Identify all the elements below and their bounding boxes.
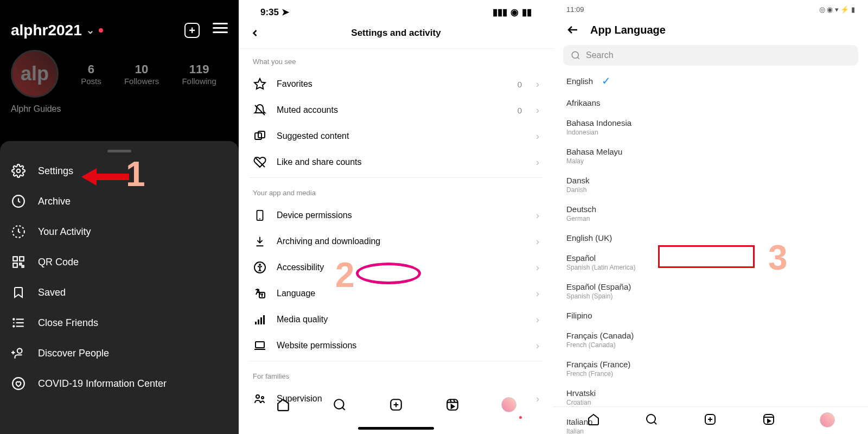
chevron-right-icon: › (536, 157, 539, 168)
home-icon[interactable] (276, 397, 291, 412)
followers-stat[interactable]: 10 Followers (124, 62, 159, 86)
svg-line-35 (342, 407, 344, 410)
chevron-right-icon: › (536, 79, 539, 90)
archive-label: Archive (38, 196, 71, 207)
archdl-label: Archiving and downloading (277, 237, 526, 246)
svg-line-48 (654, 422, 656, 424)
following-count: 119 (182, 62, 216, 76)
language-secondary: Croatian (566, 399, 855, 406)
home-icon[interactable] (586, 412, 601, 426)
star-icon (253, 77, 267, 91)
row-muted[interactable]: Muted accounts 0 › (239, 97, 553, 123)
activity-icon (11, 224, 26, 239)
settings-label: Settings (38, 165, 73, 177)
svg-point-47 (647, 414, 655, 423)
webperm-label: Website permissions (277, 341, 526, 350)
language-label: Language (277, 289, 526, 298)
language-secondary: French (Canada) (566, 341, 855, 349)
username-text: alphr2021 (11, 22, 82, 39)
menu-item-close-friends[interactable]: Close Friends (0, 308, 239, 338)
svg-rect-31 (256, 342, 264, 348)
favorites-count: 0 (518, 80, 522, 89)
row-suggested[interactable]: Suggested content › (239, 123, 553, 149)
create-post-icon[interactable] (184, 23, 200, 38)
search-placeholder: Search (586, 50, 614, 60)
menu-item-discover[interactable]: Discover People (0, 338, 239, 368)
language-primary: Español (566, 253, 855, 263)
avatar[interactable] (11, 50, 59, 98)
row-language[interactable]: Language › (239, 280, 553, 307)
annotation-step-2: 2 (335, 255, 355, 295)
profile-tab-icon[interactable] (820, 412, 835, 427)
language-primary: Français (France) (566, 360, 855, 369)
menu-item-qr[interactable]: QR Code (0, 247, 239, 277)
row-device-permissions[interactable]: Device permissions › (239, 202, 553, 228)
annotation-step-3: 3 (768, 238, 788, 278)
heart-circle-icon (11, 376, 26, 391)
check-icon: ✓ (602, 74, 611, 87)
profile-username[interactable]: alphr2021 ⌄ (11, 22, 103, 39)
language-item[interactable]: Bahasa IndonesiaIndonesian (553, 113, 868, 142)
language-item[interactable]: Bahasa MelayuMalay (553, 142, 868, 170)
chevron-right-icon: › (536, 210, 539, 221)
svg-rect-3 (13, 257, 17, 261)
language-item[interactable]: Filipino (553, 305, 868, 326)
covid-label: COVID-19 Information Center (38, 378, 167, 390)
content-icon (253, 129, 267, 143)
svg-marker-17 (254, 79, 265, 89)
row-favorites[interactable]: Favorites 0 › (239, 71, 553, 97)
menu-item-archive[interactable]: Archive (0, 186, 239, 216)
bell-off-icon (253, 103, 267, 117)
followers-label: Followers (124, 76, 159, 86)
create-icon[interactable] (388, 397, 404, 412)
bookmark-icon (11, 285, 26, 300)
language-item[interactable]: English (UK) (553, 228, 868, 248)
clock: 11:09 (566, 5, 584, 14)
row-accessibility[interactable]: Accessibility › (239, 254, 553, 280)
language-item[interactable]: Afrikaans (553, 93, 868, 113)
menu-icon[interactable] (213, 23, 228, 38)
language-item[interactable]: Français (Canada)French (Canada) (553, 326, 868, 354)
person-add-icon (11, 346, 26, 361)
back-button[interactable] (566, 23, 579, 36)
language-item[interactable]: Français (France)French (France) (553, 354, 868, 383)
row-media-quality[interactable]: Media quality › (239, 307, 553, 333)
svg-point-11 (13, 318, 14, 320)
status-bar: 11:09 ◎ ◉ ▾ ⚡ ▮ (553, 0, 868, 14)
language-selected[interactable]: English ✓ (553, 69, 868, 93)
close-friends-label: Close Friends (38, 317, 98, 329)
menu-item-activity[interactable]: Your Activity (0, 216, 239, 247)
search-icon[interactable] (332, 397, 347, 412)
posts-stat[interactable]: 6 Posts (81, 62, 101, 86)
language-primary: Bahasa Melayu (566, 147, 855, 156)
followers-count: 10 (124, 62, 159, 76)
menu-item-saved[interactable]: Saved (0, 277, 239, 308)
accessibility-label: Accessibility (277, 263, 526, 272)
notification-dot-icon (519, 416, 522, 419)
reels-icon[interactable] (762, 412, 776, 426)
row-archiving[interactable]: Archiving and downloading › (239, 228, 553, 254)
language-item[interactable]: EspañolSpanish (Latin America) (553, 248, 868, 277)
row-website-permissions[interactable]: Website permissions › (239, 333, 553, 359)
language-secondary: German (566, 215, 855, 222)
notification-dot-icon (99, 28, 103, 33)
search-icon[interactable] (644, 412, 659, 426)
create-icon[interactable] (703, 412, 717, 426)
sheet-handle[interactable] (107, 150, 131, 152)
language-primary: Afrikaans (566, 98, 855, 107)
search-input[interactable]: Search (563, 45, 858, 66)
language-item[interactable]: DanskDanish (553, 170, 868, 199)
language-primary: Dansk (566, 176, 855, 185)
reels-icon[interactable] (445, 397, 460, 412)
language-primary: Deutsch (566, 205, 855, 214)
battery-icon: ▮▮ (522, 7, 532, 18)
language-item[interactable]: DeutschGerman (553, 199, 868, 228)
row-likeshare[interactable]: Like and share counts › (239, 149, 553, 175)
language-primary: Filipino (566, 311, 855, 320)
following-stat[interactable]: 119 Following (182, 62, 216, 86)
status-icons: ◎ ◉ ▾ ⚡ ▮ (819, 5, 855, 14)
language-primary: Français (Canada) (566, 331, 855, 340)
language-item[interactable]: Español (España)Spanish (Spain) (553, 277, 868, 305)
profile-tab-icon[interactable] (501, 397, 516, 412)
menu-item-covid[interactable]: COVID-19 Information Center (0, 368, 239, 399)
